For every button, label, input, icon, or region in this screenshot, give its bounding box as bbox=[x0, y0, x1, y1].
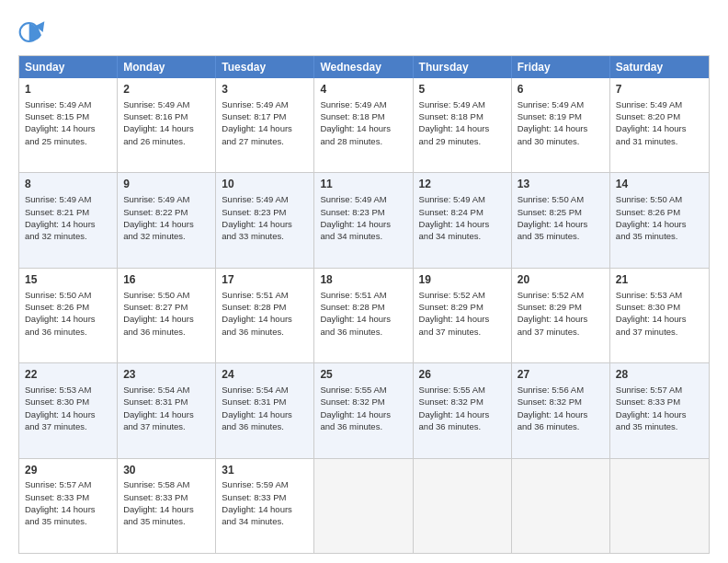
day-number: 26 bbox=[419, 367, 506, 383]
sunset-text: Sunset: 8:32 PM bbox=[419, 396, 483, 407]
day-cell-25: 25Sunrise: 5:55 AMSunset: 8:32 PMDayligh… bbox=[314, 363, 413, 457]
daylight-text-2: and 33 minutes. bbox=[222, 231, 284, 241]
day-cell-28: 28Sunrise: 5:57 AMSunset: 8:33 PMDayligh… bbox=[610, 363, 709, 457]
daylight-text: Daylight: 14 hours bbox=[616, 314, 687, 324]
header-cell-friday: Friday bbox=[512, 56, 610, 78]
calendar-row: 29Sunrise: 5:57 AMSunset: 8:33 PMDayligh… bbox=[19, 458, 709, 553]
day-cell-19: 19Sunrise: 5:52 AMSunset: 8:29 PMDayligh… bbox=[414, 269, 512, 362]
sunrise-text: Sunrise: 5:49 AM bbox=[616, 99, 682, 109]
daylight-text-2: and 36 minutes. bbox=[123, 327, 186, 337]
day-cell-8: 8Sunrise: 5:49 AMSunset: 8:21 PMDaylight… bbox=[19, 173, 118, 267]
day-cell-30: 30Sunrise: 5:58 AMSunset: 8:33 PMDayligh… bbox=[118, 459, 216, 553]
day-number: 18 bbox=[320, 272, 406, 288]
day-number: 4 bbox=[320, 82, 406, 98]
day-number: 14 bbox=[616, 177, 703, 192]
daylight-text-2: and 25 minutes. bbox=[25, 136, 87, 146]
sunset-text: Sunset: 8:26 PM bbox=[616, 207, 680, 217]
day-number: 19 bbox=[419, 272, 506, 288]
daylight-text: Daylight: 14 hours bbox=[222, 409, 292, 419]
daylight-text: Daylight: 14 hours bbox=[518, 123, 588, 133]
day-cell-9: 9Sunrise: 5:49 AMSunset: 8:22 PMDaylight… bbox=[118, 173, 216, 267]
sunset-text: Sunset: 8:30 PM bbox=[616, 302, 680, 312]
daylight-text-2: and 36 minutes. bbox=[222, 421, 284, 431]
day-number: 6 bbox=[518, 82, 604, 98]
daylight-text: Daylight: 14 hours bbox=[419, 314, 490, 324]
sunset-text: Sunset: 8:28 PM bbox=[222, 302, 286, 312]
sunset-text: Sunset: 8:23 PM bbox=[222, 207, 286, 217]
day-cell-17: 17Sunrise: 5:51 AMSunset: 8:28 PMDayligh… bbox=[216, 269, 314, 362]
daylight-text-2: and 36 minutes. bbox=[222, 327, 284, 337]
day-number: 15 bbox=[25, 272, 111, 288]
day-number: 9 bbox=[123, 177, 210, 192]
sunset-text: Sunset: 8:33 PM bbox=[123, 492, 188, 502]
sunset-text: Sunset: 8:17 PM bbox=[222, 111, 286, 121]
daylight-text: Daylight: 14 hours bbox=[616, 123, 687, 133]
sunset-text: Sunset: 8:22 PM bbox=[123, 207, 188, 217]
logo bbox=[18, 18, 48, 46]
sunset-text: Sunset: 8:23 PM bbox=[320, 207, 384, 217]
sunrise-text: Sunrise: 5:49 AM bbox=[222, 99, 288, 109]
sunrise-text: Sunrise: 5:49 AM bbox=[25, 194, 91, 204]
day-cell-18: 18Sunrise: 5:51 AMSunset: 8:28 PMDayligh… bbox=[314, 269, 413, 362]
sunset-text: Sunset: 8:32 PM bbox=[320, 396, 384, 407]
daylight-text-2: and 35 minutes. bbox=[123, 516, 186, 526]
header-cell-thursday: Thursday bbox=[414, 56, 512, 78]
day-number: 24 bbox=[222, 367, 308, 383]
sunset-text: Sunset: 8:18 PM bbox=[320, 111, 384, 121]
sunrise-text: Sunrise: 5:49 AM bbox=[518, 99, 584, 109]
sunrise-text: Sunrise: 5:54 AM bbox=[123, 385, 189, 395]
sunrise-text: Sunrise: 5:53 AM bbox=[25, 385, 91, 395]
day-cell-31: 31Sunrise: 5:59 AMSunset: 8:33 PMDayligh… bbox=[216, 459, 314, 553]
daylight-text-2: and 36 minutes. bbox=[518, 421, 580, 431]
day-number: 25 bbox=[320, 367, 406, 383]
daylight-text: Daylight: 14 hours bbox=[123, 504, 194, 514]
empty-cell bbox=[414, 459, 512, 553]
empty-cell bbox=[512, 459, 610, 553]
daylight-text-2: and 36 minutes. bbox=[419, 421, 482, 431]
daylight-text: Daylight: 14 hours bbox=[222, 314, 292, 324]
day-cell-23: 23Sunrise: 5:54 AMSunset: 8:31 PMDayligh… bbox=[118, 363, 216, 457]
daylight-text: Daylight: 14 hours bbox=[25, 314, 96, 324]
sunrise-text: Sunrise: 5:54 AM bbox=[222, 385, 288, 395]
day-cell-16: 16Sunrise: 5:50 AMSunset: 8:27 PMDayligh… bbox=[118, 269, 216, 362]
daylight-text: Daylight: 14 hours bbox=[616, 219, 687, 229]
sunset-text: Sunset: 8:33 PM bbox=[222, 492, 286, 502]
sunrise-text: Sunrise: 5:49 AM bbox=[419, 99, 485, 109]
day-number: 20 bbox=[518, 272, 604, 288]
day-cell-10: 10Sunrise: 5:49 AMSunset: 8:23 PMDayligh… bbox=[216, 173, 314, 267]
daylight-text-2: and 28 minutes. bbox=[320, 136, 382, 146]
sunrise-text: Sunrise: 5:50 AM bbox=[123, 290, 189, 300]
daylight-text: Daylight: 14 hours bbox=[25, 409, 96, 419]
daylight-text-2: and 31 minutes. bbox=[616, 136, 678, 146]
sunrise-text: Sunrise: 5:51 AM bbox=[222, 290, 288, 300]
sunrise-text: Sunrise: 5:53 AM bbox=[616, 290, 682, 300]
day-number: 5 bbox=[419, 82, 506, 98]
day-number: 16 bbox=[123, 272, 210, 288]
sunrise-text: Sunrise: 5:56 AM bbox=[518, 385, 584, 395]
calendar-row: 1Sunrise: 5:49 AMSunset: 8:15 PMDaylight… bbox=[19, 78, 709, 172]
sunrise-text: Sunrise: 5:49 AM bbox=[320, 194, 386, 204]
daylight-text: Daylight: 14 hours bbox=[518, 314, 588, 324]
daylight-text: Daylight: 14 hours bbox=[123, 409, 194, 419]
sunrise-text: Sunrise: 5:50 AM bbox=[616, 194, 682, 204]
day-number: 1 bbox=[25, 82, 111, 98]
daylight-text: Daylight: 14 hours bbox=[25, 219, 96, 229]
daylight-text: Daylight: 14 hours bbox=[518, 409, 588, 419]
daylight-text: Daylight: 14 hours bbox=[518, 219, 588, 229]
daylight-text-2: and 32 minutes. bbox=[123, 231, 186, 241]
day-number: 29 bbox=[25, 463, 111, 478]
sunrise-text: Sunrise: 5:52 AM bbox=[518, 290, 584, 300]
header-cell-wednesday: Wednesday bbox=[314, 56, 413, 78]
daylight-text-2: and 35 minutes. bbox=[616, 231, 678, 241]
sunset-text: Sunset: 8:28 PM bbox=[320, 302, 384, 312]
daylight-text-2: and 34 minutes. bbox=[222, 516, 284, 526]
sunset-text: Sunset: 8:21 PM bbox=[25, 207, 89, 217]
day-number: 27 bbox=[518, 367, 604, 383]
day-number: 12 bbox=[419, 177, 506, 192]
daylight-text: Daylight: 14 hours bbox=[25, 504, 96, 514]
sunset-text: Sunset: 8:26 PM bbox=[25, 302, 89, 312]
day-number: 21 bbox=[616, 272, 703, 288]
day-number: 3 bbox=[222, 82, 308, 98]
day-cell-1: 1Sunrise: 5:49 AMSunset: 8:15 PMDaylight… bbox=[19, 78, 118, 172]
daylight-text-2: and 36 minutes. bbox=[25, 327, 87, 337]
